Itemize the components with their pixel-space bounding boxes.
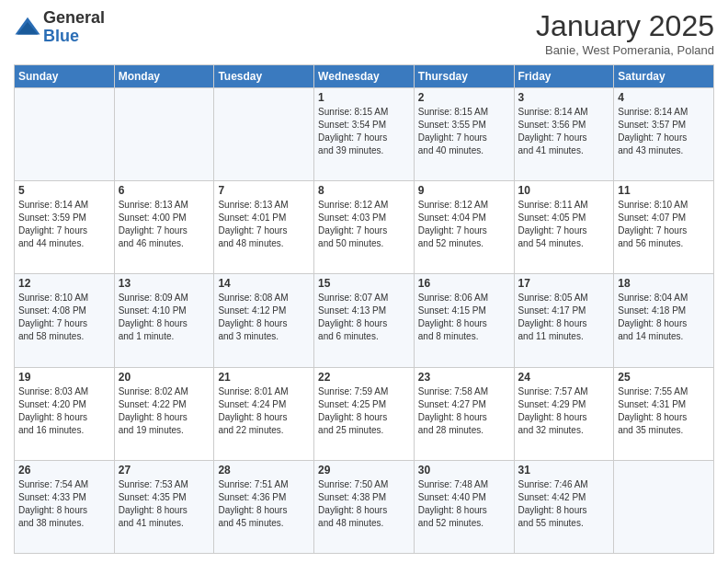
day-header-sunday: Sunday xyxy=(15,65,115,88)
day-header-thursday: Thursday xyxy=(414,65,514,88)
day-header-saturday: Saturday xyxy=(614,65,714,88)
calendar-cell: 26Sunrise: 7:54 AM Sunset: 4:33 PM Dayli… xyxy=(15,460,115,553)
calendar-cell: 24Sunrise: 7:57 AM Sunset: 4:29 PM Dayli… xyxy=(514,367,614,460)
calendar-cell: 17Sunrise: 8:05 AM Sunset: 4:17 PM Dayli… xyxy=(514,274,614,367)
day-header-wednesday: Wednesday xyxy=(314,65,415,88)
day-header-friday: Friday xyxy=(514,65,614,88)
day-info: Sunrise: 7:58 AM Sunset: 4:27 PM Dayligh… xyxy=(418,385,510,437)
day-info: Sunrise: 8:14 AM Sunset: 3:57 PM Dayligh… xyxy=(618,106,710,157)
calendar-cell: 27Sunrise: 7:53 AM Sunset: 4:35 PM Dayli… xyxy=(114,460,214,553)
calendar-cell: 25Sunrise: 7:55 AM Sunset: 4:31 PM Dayli… xyxy=(614,367,714,460)
day-number: 3 xyxy=(518,91,610,104)
day-number: 14 xyxy=(218,277,310,290)
location-subtitle: Banie, West Pomerania, Poland xyxy=(536,43,714,57)
day-number: 4 xyxy=(618,91,710,104)
day-number: 1 xyxy=(318,91,410,104)
day-number: 8 xyxy=(318,184,410,197)
day-info: Sunrise: 8:14 AM Sunset: 3:56 PM Dayligh… xyxy=(518,106,610,157)
day-info: Sunrise: 8:12 AM Sunset: 4:04 PM Dayligh… xyxy=(418,199,510,250)
day-number: 30 xyxy=(418,464,510,477)
day-number: 17 xyxy=(518,277,610,290)
day-info: Sunrise: 8:10 AM Sunset: 4:08 PM Dayligh… xyxy=(18,292,110,343)
day-number: 12 xyxy=(18,277,110,290)
day-info: Sunrise: 8:06 AM Sunset: 4:15 PM Dayligh… xyxy=(418,292,510,343)
calendar-header: SundayMondayTuesdayWednesdayThursdayFrid… xyxy=(15,65,714,88)
day-info: Sunrise: 7:46 AM Sunset: 4:42 PM Dayligh… xyxy=(518,478,610,530)
calendar-cell: 21Sunrise: 8:01 AM Sunset: 4:24 PM Dayli… xyxy=(214,367,314,460)
day-info: Sunrise: 7:48 AM Sunset: 4:40 PM Dayligh… xyxy=(418,478,510,530)
calendar-cell: 28Sunrise: 7:51 AM Sunset: 4:36 PM Dayli… xyxy=(214,460,314,553)
day-number: 16 xyxy=(418,277,510,290)
calendar-week-4: 19Sunrise: 8:03 AM Sunset: 4:20 PM Dayli… xyxy=(15,367,714,460)
logo: General Blue xyxy=(14,9,105,46)
day-info: Sunrise: 8:14 AM Sunset: 3:59 PM Dayligh… xyxy=(18,199,110,250)
title-block: January 2025 Banie, West Pomerania, Pola… xyxy=(536,9,714,57)
day-info: Sunrise: 8:01 AM Sunset: 4:24 PM Dayligh… xyxy=(218,385,310,437)
calendar-cell: 6Sunrise: 8:13 AM Sunset: 4:00 PM Daylig… xyxy=(114,181,214,274)
calendar-cell xyxy=(614,460,714,553)
day-number: 5 xyxy=(18,184,110,197)
calendar-week-5: 26Sunrise: 7:54 AM Sunset: 4:33 PM Dayli… xyxy=(15,460,714,553)
calendar-cell: 7Sunrise: 8:13 AM Sunset: 4:01 PM Daylig… xyxy=(214,181,314,274)
calendar-cell: 29Sunrise: 7:50 AM Sunset: 4:38 PM Dayli… xyxy=(314,460,415,553)
calendar-cell: 9Sunrise: 8:12 AM Sunset: 4:04 PM Daylig… xyxy=(414,181,514,274)
calendar-cell: 23Sunrise: 7:58 AM Sunset: 4:27 PM Dayli… xyxy=(414,367,514,460)
day-number: 6 xyxy=(119,184,210,197)
day-number: 19 xyxy=(18,371,110,384)
day-info: Sunrise: 8:09 AM Sunset: 4:10 PM Dayligh… xyxy=(119,292,210,343)
calendar-cell: 8Sunrise: 8:12 AM Sunset: 4:03 PM Daylig… xyxy=(314,181,415,274)
day-number: 10 xyxy=(518,184,610,197)
day-number: 24 xyxy=(518,371,610,384)
logo-general: General xyxy=(43,9,105,28)
day-info: Sunrise: 8:15 AM Sunset: 3:54 PM Dayligh… xyxy=(318,106,410,157)
day-number: 15 xyxy=(318,277,410,290)
calendar-cell xyxy=(214,88,314,181)
day-number: 7 xyxy=(218,184,310,197)
calendar-cell: 12Sunrise: 8:10 AM Sunset: 4:08 PM Dayli… xyxy=(15,274,115,367)
calendar-week-1: 1Sunrise: 8:15 AM Sunset: 3:54 PM Daylig… xyxy=(15,88,714,181)
day-info: Sunrise: 7:50 AM Sunset: 4:38 PM Dayligh… xyxy=(318,478,410,530)
day-number: 23 xyxy=(418,371,510,384)
day-info: Sunrise: 8:04 AM Sunset: 4:18 PM Dayligh… xyxy=(618,292,710,343)
day-number: 22 xyxy=(318,371,410,384)
calendar-cell: 4Sunrise: 8:14 AM Sunset: 3:57 PM Daylig… xyxy=(614,88,714,181)
calendar-cell: 5Sunrise: 8:14 AM Sunset: 3:59 PM Daylig… xyxy=(15,181,115,274)
day-info: Sunrise: 8:02 AM Sunset: 4:22 PM Dayligh… xyxy=(119,385,210,437)
day-number: 26 xyxy=(18,464,110,477)
day-info: Sunrise: 8:13 AM Sunset: 4:01 PM Dayligh… xyxy=(218,199,310,250)
day-number: 18 xyxy=(618,277,710,290)
day-number: 11 xyxy=(618,184,710,197)
day-header-tuesday: Tuesday xyxy=(214,65,314,88)
month-title: January 2025 xyxy=(536,9,714,43)
day-info: Sunrise: 8:10 AM Sunset: 4:07 PM Dayligh… xyxy=(618,199,710,250)
calendar-cell: 2Sunrise: 8:15 AM Sunset: 3:55 PM Daylig… xyxy=(414,88,514,181)
day-info: Sunrise: 7:54 AM Sunset: 4:33 PM Dayligh… xyxy=(18,478,110,530)
day-info: Sunrise: 8:03 AM Sunset: 4:20 PM Dayligh… xyxy=(18,385,110,437)
calendar-cell: 11Sunrise: 8:10 AM Sunset: 4:07 PM Dayli… xyxy=(614,181,714,274)
day-info: Sunrise: 8:12 AM Sunset: 4:03 PM Dayligh… xyxy=(318,199,410,250)
calendar-week-2: 5Sunrise: 8:14 AM Sunset: 3:59 PM Daylig… xyxy=(15,181,714,274)
calendar-table: SundayMondayTuesdayWednesdayThursdayFrid… xyxy=(14,64,714,554)
logo-blue: Blue xyxy=(43,28,105,46)
calendar-cell: 15Sunrise: 8:07 AM Sunset: 4:13 PM Dayli… xyxy=(314,274,415,367)
day-number: 31 xyxy=(518,464,610,477)
logo-text: General Blue xyxy=(43,9,105,46)
logo-icon xyxy=(14,14,41,41)
day-number: 13 xyxy=(119,277,210,290)
calendar-cell: 16Sunrise: 8:06 AM Sunset: 4:15 PM Dayli… xyxy=(414,274,514,367)
calendar-week-3: 12Sunrise: 8:10 AM Sunset: 4:08 PM Dayli… xyxy=(15,274,714,367)
header: General Blue January 2025 Banie, West Po… xyxy=(14,9,714,57)
day-info: Sunrise: 8:11 AM Sunset: 4:05 PM Dayligh… xyxy=(518,199,610,250)
calendar-cell: 10Sunrise: 8:11 AM Sunset: 4:05 PM Dayli… xyxy=(514,181,614,274)
day-info: Sunrise: 8:13 AM Sunset: 4:00 PM Dayligh… xyxy=(119,199,210,250)
day-info: Sunrise: 8:07 AM Sunset: 4:13 PM Dayligh… xyxy=(318,292,410,343)
page: General Blue January 2025 Banie, West Po… xyxy=(0,0,728,563)
day-info: Sunrise: 8:15 AM Sunset: 3:55 PM Dayligh… xyxy=(418,106,510,157)
day-number: 9 xyxy=(418,184,510,197)
day-number: 2 xyxy=(418,91,510,104)
calendar-cell: 1Sunrise: 8:15 AM Sunset: 3:54 PM Daylig… xyxy=(314,88,415,181)
day-info: Sunrise: 7:59 AM Sunset: 4:25 PM Dayligh… xyxy=(318,385,410,437)
calendar-cell: 19Sunrise: 8:03 AM Sunset: 4:20 PM Dayli… xyxy=(15,367,115,460)
day-number: 29 xyxy=(318,464,410,477)
day-number: 21 xyxy=(218,371,310,384)
